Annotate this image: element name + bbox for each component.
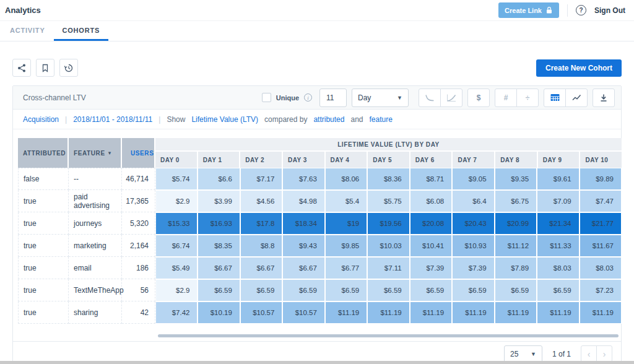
ltv-heat-cell[interactable]: $4.98	[282, 190, 324, 212]
ltv-heat-cell[interactable]: $9.89	[580, 168, 622, 190]
ltv-heat-cell[interactable]: $6.59	[282, 279, 324, 301]
ltv-heat-cell[interactable]: $6.67	[282, 257, 324, 279]
metric-link[interactable]: Lifetime Value (LTV)	[191, 115, 258, 124]
ltv-heat-cell[interactable]: $6.75	[495, 190, 537, 212]
ltv-heat-cell[interactable]: $6.77	[325, 257, 367, 279]
date-range-filter[interactable]: 2018/11/01 - 2018/11/11	[73, 115, 152, 124]
ltv-heat-cell[interactable]: $2.9	[155, 279, 198, 301]
ltv-heat-cell[interactable]: $6.08	[410, 190, 452, 212]
ltv-heat-cell[interactable]: $10.03	[367, 235, 409, 257]
column-header-users[interactable]: USERS ▾	[122, 138, 155, 168]
page-size-select[interactable]: 25 ▼	[504, 345, 542, 363]
ltv-heat-cell[interactable]: $19	[325, 212, 367, 235]
dimension-feature-link[interactable]: feature	[369, 115, 392, 124]
table-view-button[interactable]	[544, 89, 566, 107]
ltv-heat-cell[interactable]: $11.19	[452, 301, 494, 324]
horizontal-scrollbar[interactable]	[158, 334, 619, 337]
segment-filter[interactable]: Acquisition	[23, 115, 59, 124]
ltv-heat-cell[interactable]: $4.56	[240, 190, 282, 212]
ltv-heat-cell[interactable]: $7.09	[537, 190, 579, 212]
ltv-heat-cell[interactable]: $9.43	[282, 235, 324, 257]
ltv-heat-cell[interactable]: $17.8	[240, 212, 282, 235]
share-button[interactable]	[12, 59, 31, 77]
ltv-heat-cell[interactable]: $5.75	[367, 190, 409, 212]
ltv-heat-cell[interactable]: $6.59	[325, 279, 367, 301]
ltv-heat-cell[interactable]: $18.34	[282, 212, 324, 235]
ltv-heat-cell[interactable]: $2.9	[155, 190, 198, 212]
ltv-heat-cell[interactable]: $6.59	[537, 279, 579, 301]
count-format-button[interactable]: #	[495, 89, 517, 107]
ltv-heat-cell[interactable]: $7.39	[452, 257, 494, 279]
sign-out-button[interactable]: Sign Out	[594, 6, 625, 15]
ltv-heat-cell[interactable]: $6.59	[198, 279, 240, 301]
ltv-heat-cell[interactable]: $9.35	[495, 168, 537, 190]
ltv-heat-cell[interactable]: $7.17	[240, 168, 282, 190]
ltv-heat-cell[interactable]: $21.77	[580, 212, 622, 235]
ltv-heat-cell[interactable]: $8.71	[410, 168, 452, 190]
ltv-heat-cell[interactable]: $8.03	[580, 257, 622, 279]
ltv-heat-cell[interactable]: $10.57	[282, 301, 324, 324]
ltv-heat-cell[interactable]: $15.33	[155, 212, 198, 235]
ltv-heat-cell[interactable]: $6.4	[452, 190, 494, 212]
tab-cohorts[interactable]: COHORTS	[54, 21, 109, 41]
ltv-heat-cell[interactable]: $8.06	[325, 168, 367, 190]
dollar-format-button[interactable]: $	[467, 89, 490, 107]
ltv-heat-cell[interactable]: $20.08	[410, 212, 452, 235]
ltv-heat-cell[interactable]: $3.99	[198, 190, 240, 212]
next-page-button[interactable]: ›	[596, 345, 612, 362]
ltv-heat-cell[interactable]: $6.59	[495, 279, 537, 301]
ltv-heat-cell[interactable]: $11.19	[580, 301, 622, 324]
ltv-heat-cell[interactable]: $9.85	[325, 235, 367, 257]
create-new-cohort-button[interactable]: Create New Cohort	[536, 59, 622, 77]
ltv-heat-cell[interactable]: $6.59	[452, 279, 494, 301]
granularity-select[interactable]: Day ▼	[352, 89, 409, 107]
ltv-heat-cell[interactable]: $9.05	[452, 168, 494, 190]
retention-curve-button[interactable]	[440, 89, 462, 107]
ltv-heat-cell[interactable]: $7.63	[282, 168, 324, 190]
prev-page-button[interactable]: ‹	[581, 345, 597, 362]
ltv-heat-cell[interactable]: $10.57	[240, 301, 282, 324]
ltv-heat-cell[interactable]: $7.11	[367, 257, 409, 279]
ltv-heat-cell[interactable]: $21.34	[537, 212, 579, 235]
ltv-heat-cell[interactable]: $19.56	[367, 212, 409, 235]
ltv-heat-cell[interactable]: $6.6	[198, 168, 240, 190]
ltv-heat-cell[interactable]: $11.19	[410, 301, 452, 324]
ltv-heat-cell[interactable]: $10.41	[410, 235, 452, 257]
create-link-button[interactable]: Create Link	[498, 2, 559, 18]
ltv-heat-cell[interactable]: $9.61	[537, 168, 579, 190]
ltv-heat-cell[interactable]: $7.23	[580, 279, 622, 301]
column-header-feature[interactable]: FEATURE ▾	[69, 138, 122, 168]
ltv-heat-cell[interactable]: $5.49	[155, 257, 198, 279]
ltv-heat-cell[interactable]: $20.43	[452, 212, 494, 235]
ltv-heat-cell[interactable]: $8.35	[198, 235, 240, 257]
ltv-heat-cell[interactable]: $6.67	[198, 257, 240, 279]
ltv-heat-cell[interactable]: $6.74	[155, 235, 198, 257]
ltv-heat-cell[interactable]: $6.59	[240, 279, 282, 301]
ltv-heat-cell[interactable]: $11.19	[367, 301, 409, 324]
ltv-heat-cell[interactable]: $11.19	[495, 301, 537, 324]
unique-checkbox[interactable]	[262, 93, 271, 102]
ltv-heat-cell[interactable]: $8.03	[537, 257, 579, 279]
ltv-heat-cell[interactable]: $10.93	[452, 235, 494, 257]
ltv-heat-cell[interactable]: $11.12	[495, 235, 537, 257]
bookmark-button[interactable]	[36, 59, 54, 77]
column-header-attributed[interactable]: ATTRIBUTED ▾	[18, 138, 69, 168]
ltv-heat-cell[interactable]: $7.89	[495, 257, 537, 279]
ltv-heat-cell[interactable]: $8.36	[367, 168, 409, 190]
tab-activity[interactable]: ACTIVITY	[1, 21, 54, 41]
ltv-heat-cell[interactable]: $10.19	[198, 301, 240, 324]
ltv-heat-cell[interactable]: $7.47	[580, 190, 622, 212]
ltv-heat-cell[interactable]: $11.67	[580, 235, 622, 257]
ltv-heat-cell[interactable]: $5.4	[325, 190, 367, 212]
decay-curve-button[interactable]	[419, 89, 441, 107]
ltv-heat-cell[interactable]: $11.19	[325, 301, 367, 324]
info-icon[interactable]: i	[304, 93, 312, 102]
help-icon[interactable]: ?	[576, 5, 586, 15]
ltv-heat-cell[interactable]: $20.99	[495, 212, 537, 235]
download-button[interactable]	[593, 89, 615, 107]
history-button[interactable]	[59, 59, 78, 77]
ltv-heat-cell[interactable]: $6.67	[240, 257, 282, 279]
ltv-heat-cell[interactable]: $11.19	[537, 301, 579, 324]
ltv-heat-cell[interactable]: $7.39	[410, 257, 452, 279]
interval-input[interactable]	[319, 89, 347, 107]
